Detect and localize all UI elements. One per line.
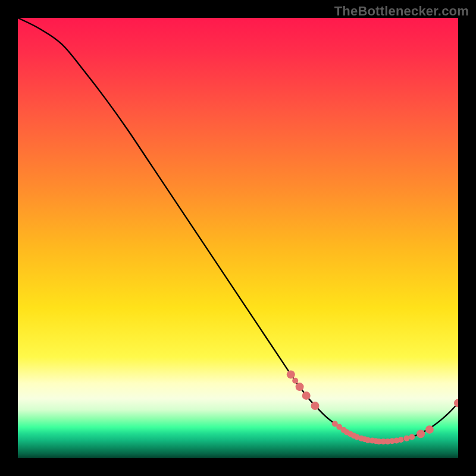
marker-dot (292, 378, 298, 384)
watermark-text: TheBottlenecker.com (334, 4, 469, 19)
marker-dot (403, 436, 409, 441)
marker-dot (296, 383, 304, 391)
marker-dot (287, 370, 295, 378)
curve-group (18, 18, 458, 441)
marker-dot (416, 430, 425, 438)
marker-dot (311, 402, 320, 410)
marker-group (287, 370, 458, 444)
marker-dot (302, 392, 311, 400)
chart-stage: TheBottlenecker.com (0, 0, 476, 476)
marker-dot (398, 437, 404, 443)
bottleneck-curve (18, 18, 458, 441)
marker-dot (409, 434, 415, 440)
marker-dot (425, 425, 434, 434)
plot-area (18, 18, 458, 458)
chart-overlay (18, 18, 458, 458)
